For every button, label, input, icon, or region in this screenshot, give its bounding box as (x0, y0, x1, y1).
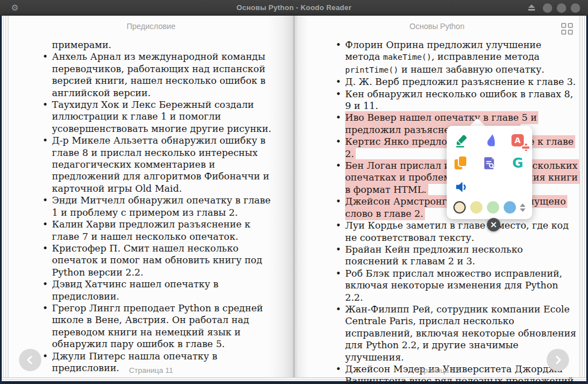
list-item: Калин Харви предложил разъяснение к глав… (52, 219, 274, 243)
bullet-text: Энди Митчелл обнаружил опечатку в главе … (52, 195, 271, 217)
spinner-up-icon (520, 203, 525, 207)
window-title: Основы Python - Koodo Reader (0, 3, 588, 12)
code-span: printTime() (345, 65, 398, 74)
dictionary-search-icon[interactable] (482, 155, 498, 171)
list-item: Брайан Кейн предложил несколько пояснени… (345, 244, 578, 268)
code-span: makeTime() (383, 53, 432, 61)
bullet-text: Брайан Кейн предложил несколько пояснени… (345, 244, 523, 267)
bullet-text: Д-р Микеле Альзетта обнаружил ошибку в г… (52, 135, 269, 194)
ink-annotation-icon[interactable] (482, 132, 498, 148)
list-item: Роб Блэк прислал множество исправлений, … (345, 268, 578, 304)
chevron-left-icon (25, 355, 35, 365)
paragraph-continuation: примерами. (52, 39, 274, 51)
text-span: Таухидул Хок и Лекс Бережный создали илл… (52, 99, 271, 134)
text-span: Калин Харви предложил разъяснение к глав… (52, 219, 250, 241)
bullet-text: Кен обнаружил несколько ошибок в главах … (345, 88, 573, 111)
text-span: Роб Блэк прислал множество исправлений, … (345, 268, 562, 303)
bullet-text: Кристофер П. Смит нашел несколько опечат… (52, 243, 262, 278)
prev-page-button[interactable] (19, 349, 41, 371)
right-page-number: Страница 12 (294, 366, 580, 374)
list-item: Жан-Филипп Рей, сотрудник компании Ecole… (345, 304, 578, 363)
swatch-scroll-spinner[interactable] (520, 203, 525, 212)
eject-bar (528, 9, 535, 11)
color-swatch-blue[interactable] (504, 201, 516, 214)
next-page-button[interactable] (547, 349, 569, 371)
text-to-speech-icon[interactable] (453, 178, 469, 194)
left-page-number: Страница 11 (8, 366, 294, 374)
list-item: Дэвид Хатчинс нашел опечатку в предислов… (52, 278, 274, 302)
bullet-text: Жан-Филипп Рей, сотрудник компании Ecole… (345, 304, 576, 363)
bullet-text: Грегор Лингл преподает Python в средней … (52, 302, 263, 349)
page-stack-edge-right (580, 16, 586, 381)
text-span: Жан-Филипп Рей, сотрудник компании Ecole… (345, 304, 576, 363)
eject-triangle (528, 4, 535, 8)
bullet-text: Калин Харви предложил разъяснение к глав… (52, 219, 250, 241)
eject-icon[interactable] (528, 4, 535, 11)
close-button[interactable] (571, 3, 580, 13)
bullet-text: Флорин Оприна предложил улучшение метода… (345, 39, 544, 75)
list-item: Флорин Оприна предложил улучшение метода… (345, 39, 578, 76)
copy-sheets (454, 156, 469, 170)
text-span: Д. Ж. Верб предложил разъяснение к главе… (345, 76, 576, 87)
list-item: Кристофер П. Смит нашел несколько опечат… (52, 243, 274, 278)
minimize-button[interactable] (543, 3, 552, 13)
text-span: Дэвид Хатчинс нашел опечатку в предислов… (52, 278, 218, 301)
copy-icon[interactable] (453, 155, 469, 171)
text-span: Кристофер П. Смит нашел несколько опечат… (52, 243, 262, 278)
right-page: Основы Python Флорин Оприна предложил ул… (294, 16, 580, 377)
text-span: , исправление метода (432, 51, 540, 62)
left-page: Предисловие примерами. Анхель Арнал из м… (8, 16, 294, 377)
list-item: Кен обнаружил несколько ошибок в главах … (345, 88, 578, 112)
grid-view-icon[interactable] (561, 23, 573, 35)
close-popup-button[interactable] (487, 218, 500, 231)
color-swatch-cream[interactable] (453, 201, 466, 214)
list-item: Д-р Микеле Альзетта обнаружил ошибку в г… (52, 135, 274, 195)
translate-plus-badge (522, 144, 529, 151)
color-swatches (453, 201, 516, 214)
popup-swatch-row (453, 199, 525, 216)
text-span: Анхель Арнал из международной команды пе… (52, 51, 266, 98)
text-span: Грегор Лингл преподает Python в средней … (52, 302, 263, 349)
bullet-text: Луи Кордье заметил в главе 6 место, где … (345, 220, 568, 243)
list-item: Энди Митчелл обнаружил опечатку в главе … (52, 195, 274, 219)
chevron-right-icon (553, 355, 563, 365)
color-swatch-green[interactable] (487, 201, 499, 214)
highlighter-pen-icon[interactable] (453, 132, 469, 148)
google-g-letter: G (512, 156, 523, 170)
bullet-text: Д. Ж. Верб предложил разъяснение к главе… (345, 76, 576, 87)
text-span: Брайан Кейн предложил несколько пояснени… (345, 244, 523, 267)
color-swatch-yellow[interactable] (470, 201, 482, 214)
popup-row-3 (453, 178, 525, 194)
popup-row-2: G (453, 155, 525, 171)
bullet-text: Дэвид Хатчинс нашел опечатку в предислов… (52, 278, 218, 301)
list-item: Грегор Лингл преподает Python в средней … (52, 302, 274, 350)
text-span: Д-р Микеле Альзетта обнаружил ошибку в г… (52, 135, 269, 194)
popup-row-1: A (453, 132, 525, 148)
translate-icon[interactable]: A (510, 132, 525, 148)
page-stack-edge-left (2, 16, 8, 381)
settings-gear-icon[interactable]: ⚙ (11, 3, 18, 13)
spinner-down-icon (520, 208, 525, 212)
window-controls (528, 0, 580, 16)
contributor-list-left: Анхель Арнал из международной команды пе… (52, 51, 274, 374)
popup-box: A G (447, 126, 532, 219)
text-span: Энди Митчелл обнаружил опечатку в главе … (52, 195, 271, 217)
list-item: Луи Кордье заметил в главе 6 место, где … (345, 220, 578, 244)
bullet-text: Анхель Арнал из международной команды пе… (52, 51, 266, 98)
bullet-text: Таухидул Хок и Лекс Бережный создали илл… (52, 99, 271, 134)
text-span: Луи Кордье заметил в главе 6 место, где … (345, 220, 568, 243)
left-page-header: Предисловие (8, 22, 294, 31)
titlebar: ⚙ Основы Python - Koodo Reader (0, 0, 588, 16)
list-item: Анхель Арнал из международной команды пе… (52, 51, 274, 99)
list-item: Таухидул Хок и Лекс Бережный создали илл… (52, 99, 274, 135)
google-search-icon[interactable]: G (510, 155, 525, 171)
list-item: Д. Ж. Верб предложил разъяснение к главе… (345, 76, 578, 88)
text-span: и нашел забавную опечатку. (398, 64, 544, 75)
maximize-button[interactable] (557, 3, 566, 13)
bullet-text: Роб Блэк прислал множество исправлений, … (345, 268, 562, 303)
right-page-header: Основы Python (294, 22, 580, 31)
text-span: Кен обнаружил несколько ошибок в главах … (345, 88, 573, 111)
left-page-content: примерами. Анхель Арнал из международной… (52, 39, 274, 374)
